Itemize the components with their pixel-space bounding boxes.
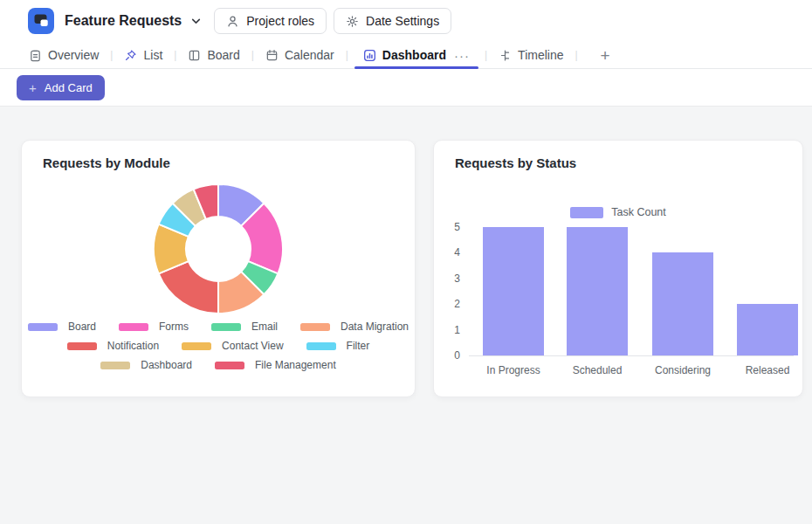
- donut-chart: [152, 183, 285, 315]
- legend-swatch: [119, 323, 148, 331]
- gear-icon: [346, 15, 359, 28]
- x-axis-label: Released: [726, 364, 809, 376]
- plus-icon: +: [29, 80, 37, 95]
- legend-label: Notification: [107, 340, 159, 352]
- pie-legend: BoardFormsEmailData MigrationNotificatio…: [22, 321, 415, 378]
- bar-plot: 012345In ProgressScheduledConsideringRel…: [434, 141, 802, 396]
- legend-swatch: [182, 342, 211, 350]
- tab-label: Dashboard: [382, 48, 446, 62]
- legend-label: Board: [68, 321, 96, 333]
- legend-label: Filter: [347, 340, 370, 352]
- date-settings-label: Date Settings: [366, 14, 439, 28]
- requests-by-module-card: Requests by Module BoardFormsEmailData M…: [21, 140, 416, 397]
- legend-swatch: [28, 323, 58, 331]
- legend-swatch: [100, 362, 130, 369]
- tab-label: Board: [207, 48, 239, 62]
- legend-label: Data Migration: [341, 321, 409, 333]
- tab-separator: |: [485, 49, 487, 61]
- tab-dashboard[interactable]: Dashboard: [363, 42, 446, 68]
- legend-item[interactable]: Notification: [67, 340, 159, 352]
- bar[interactable]: [483, 227, 544, 355]
- page-title: Feature Requests: [65, 13, 182, 29]
- add-card-label: Add Card: [45, 81, 93, 94]
- person-icon: [226, 15, 239, 28]
- tab-separator: |: [110, 49, 113, 61]
- y-axis-tick: 0: [434, 349, 460, 362]
- pin-icon: [124, 49, 137, 62]
- calendar-icon: [265, 49, 279, 62]
- tab-list[interactable]: List: [124, 42, 162, 68]
- project-roles-button[interactable]: Project roles: [214, 8, 327, 34]
- card-title: Requests by Module: [43, 155, 170, 170]
- timeline-icon: [499, 49, 512, 62]
- y-axis-tick: 4: [434, 246, 460, 259]
- y-axis-tick: 2: [434, 298, 460, 310]
- tab-label: Overview: [48, 48, 99, 62]
- clipboard-icon: [29, 49, 42, 62]
- dashboard-content: Requests by Module BoardFormsEmailData M…: [0, 107, 812, 524]
- tab-overview[interactable]: Overview: [29, 42, 99, 68]
- x-axis-label: In Progress: [471, 364, 555, 376]
- legend-label: Forms: [159, 321, 189, 333]
- bar-chart-icon: [363, 49, 376, 62]
- chevron-down-icon[interactable]: [190, 16, 202, 27]
- tab-timeline[interactable]: Timeline: [499, 42, 563, 68]
- add-view-button[interactable]: +: [601, 47, 610, 64]
- x-axis-label: Considering: [641, 364, 725, 376]
- legend-label: Dashboard: [141, 359, 192, 371]
- tab-separator: |: [251, 49, 254, 61]
- app-header: Feature Requests Project roles Date Sett…: [0, 0, 812, 42]
- tab-label: List: [143, 48, 162, 62]
- y-axis-tick: 1: [434, 324, 460, 336]
- x-axis-line: [469, 355, 794, 356]
- legend-item[interactable]: File Management: [215, 359, 336, 371]
- tab-separator: |: [174, 49, 176, 61]
- tab-board[interactable]: Board: [188, 42, 239, 68]
- tab-dashboard-group: Dashboard ···: [360, 42, 473, 68]
- legend-item[interactable]: Board: [28, 321, 96, 333]
- legend-swatch: [211, 323, 241, 331]
- legend-swatch: [215, 362, 244, 369]
- y-axis-tick: 3: [434, 272, 460, 285]
- requests-by-status-card: Requests by Status Task Count 012345In P…: [433, 140, 803, 397]
- dashboard-toolbar: + Add Card: [0, 69, 812, 107]
- legend-item[interactable]: Contact View: [182, 340, 283, 352]
- project-roles-label: Project roles: [246, 14, 314, 28]
- view-tabbar: Overview | List | Board | Calendar | Das…: [0, 42, 812, 69]
- legend-swatch: [300, 323, 330, 331]
- date-settings-button[interactable]: Date Settings: [334, 8, 451, 34]
- legend-swatch: [306, 342, 336, 350]
- legend-item[interactable]: Email: [211, 321, 278, 333]
- x-axis-label: Scheduled: [555, 364, 639, 376]
- tab-separator: |: [575, 49, 577, 61]
- tab-more-icon[interactable]: ···: [454, 48, 470, 63]
- legend-item[interactable]: Data Migration: [300, 321, 409, 333]
- legend-swatch: [67, 342, 97, 350]
- legend-item[interactable]: Dashboard: [100, 359, 192, 371]
- add-card-button[interactable]: + Add Card: [17, 75, 105, 100]
- tab-separator: |: [346, 49, 348, 61]
- legend-item[interactable]: Forms: [119, 321, 189, 333]
- tab-label: Calendar: [285, 48, 334, 62]
- bar[interactable]: [652, 252, 713, 355]
- tab-calendar[interactable]: Calendar: [265, 42, 334, 68]
- y-axis-tick: 5: [434, 221, 460, 233]
- app-logo-icon[interactable]: [28, 8, 54, 34]
- legend-label: Contact View: [222, 340, 283, 352]
- kanban-icon: [188, 49, 201, 62]
- legend-label: File Management: [255, 359, 336, 371]
- bar[interactable]: [567, 227, 628, 355]
- legend-item[interactable]: Filter: [306, 340, 370, 352]
- tab-label: Timeline: [518, 48, 563, 62]
- bar[interactable]: [737, 304, 798, 355]
- legend-label: Email: [251, 321, 278, 333]
